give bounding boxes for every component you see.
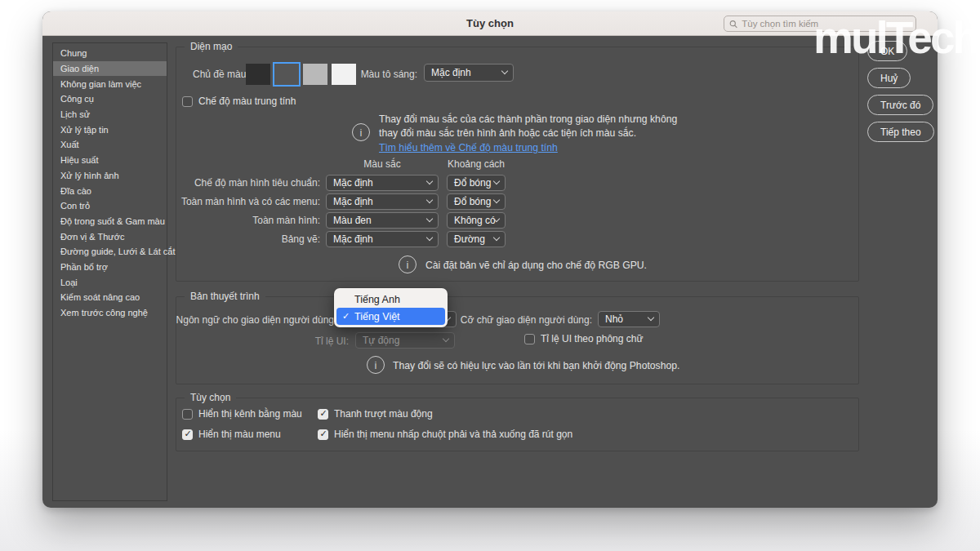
sidebar-item[interactable]: Lịch sử <box>53 107 167 122</box>
sidebar-item[interactable]: Xử lý hình ảnh <box>53 168 167 184</box>
chevron-down-icon <box>493 178 500 184</box>
sidebar-item-label: Công cụ <box>60 94 94 104</box>
search-field[interactable] <box>724 16 916 32</box>
sidebar-item[interactable]: Không gian làm việc <box>53 76 167 91</box>
action-button[interactable]: Trước đó <box>867 95 933 115</box>
option-row: Hiển thị kênh bằng màu <box>182 408 318 420</box>
screen-mode-row: Toàn màn hình và có các menu: Mặc định Đ… <box>176 193 858 210</box>
chevron-down-icon <box>426 197 433 203</box>
info-icon: i <box>367 356 385 374</box>
theme-swatch[interactable] <box>274 64 299 85</box>
checkmark-icon: ✓ <box>342 311 350 322</box>
screen-spacing-select[interactable]: Đổ bóng <box>447 193 506 210</box>
sidebar-item-label: Xử lý hình ảnh <box>60 171 119 180</box>
learn-more-link[interactable]: Tìm hiểu thêm về Chế độ màu trung tính <box>379 142 558 153</box>
chevron-down-icon <box>426 178 433 184</box>
screen-mode-row: Chế độ màn hình tiêu chuẩn: Mặc định Đổ … <box>176 175 858 191</box>
gpu-note: Cài đặt bản vẽ chỉ áp dụng cho chế độ RG… <box>425 260 647 271</box>
sidebar-item[interactable]: Xem trước công nghệ <box>53 305 167 321</box>
theme-swatch[interactable] <box>303 64 327 85</box>
sidebar-item[interactable]: Xuất <box>53 137 167 153</box>
sidebar-item[interactable]: Con trỏ <box>53 198 167 214</box>
info-icon: i <box>399 256 416 273</box>
info-icon: i <box>352 123 370 141</box>
neutral-mode-checkbox[interactable] <box>182 96 193 107</box>
action-buttons: OK Huỷ Trước đó Tiếp theo <box>867 41 934 142</box>
sidebar-item[interactable]: Phần bổ trợ <box>53 260 167 275</box>
font-size-label: Cỡ chữ giao diện người dùng: <box>461 314 592 326</box>
screen-mode-row: Bảng vẽ: Mặc định Đường <box>176 231 858 247</box>
sidebar-item-label: Kiểm soát nâng cao <box>60 292 140 302</box>
option-label: Thanh trượt màu động <box>334 408 433 420</box>
neutral-mode-label: Chế độ màu trung tính <box>198 96 296 107</box>
option-label: Hiển thị kênh bằng màu <box>198 408 302 420</box>
language-popup-menu: ✓ Tiếng Anh ✓ Tiếng Việt <box>334 288 448 327</box>
screen-mode-label: Bảng vẽ: <box>282 233 320 245</box>
search-input[interactable] <box>742 19 911 29</box>
sidebar-item[interactable]: Hiệu suất <box>53 153 167 168</box>
chevron-down-icon <box>426 216 433 222</box>
screen-color-select[interactable]: Mặc định <box>326 231 439 247</box>
sidebar-item[interactable]: Đường guide, Lưới & Lát cắt <box>53 244 167 260</box>
action-button[interactable]: Huỷ <box>867 68 911 88</box>
option-checkbox[interactable] <box>182 409 193 420</box>
highlight-color-select[interactable]: Mặc định <box>424 64 514 82</box>
action-button[interactable]: Tiếp theo <box>867 122 934 142</box>
sidebar-item-label: Đường guide, Lưới & Lát cắt <box>60 247 175 256</box>
sidebar-item[interactable]: Kiểm soát nâng cao <box>53 290 167 305</box>
sidebar-item[interactable]: Đĩa cào <box>53 183 167 198</box>
appearance-info-line1: Thay đổi màu sắc của các thành phần tron… <box>379 113 677 125</box>
screen-spacing-select[interactable]: Đổ bóng <box>447 175 506 191</box>
chevron-down-icon <box>426 234 433 241</box>
language-menu-item[interactable]: ✓ Tiếng Anh <box>336 291 445 308</box>
chevron-down-icon <box>648 314 654 321</box>
screen-mode-row: Toàn màn hình: Màu đen Không có <box>176 212 858 229</box>
scale-to-font-row: Tỉ lệ UI theo phông chữ <box>524 333 643 344</box>
screen-mode-rows: Chế độ màn hình tiêu chuẩn: Mặc định Đổ … <box>176 175 858 250</box>
sidebar-item[interactable]: Giao diện <box>53 61 167 77</box>
screen-mode-label: Toàn màn hình: <box>252 215 320 226</box>
options-group-title: Tùy chọn <box>185 392 236 403</box>
theme-swatch[interactable] <box>246 64 270 85</box>
sidebar-item-label: Đơn vị & Thước <box>60 232 124 242</box>
presentation-group: Bản thuyết trình Ngôn ngữ cho giao diện … <box>176 296 859 384</box>
neutral-mode-row: Chế độ màu trung tính <box>182 96 296 107</box>
screen-color-select[interactable]: Màu đen <box>326 212 439 229</box>
screen-mode-label: Toàn màn hình và có các menu: <box>181 196 320 207</box>
color-column-header: Màu sắc <box>326 158 439 170</box>
screen-spacing-select[interactable]: Không có <box>447 212 506 229</box>
font-size-select[interactable]: Nhỏ <box>598 311 660 327</box>
scale-to-font-label: Tỉ lệ UI theo phông chữ <box>541 333 643 344</box>
chevron-down-icon <box>493 197 500 203</box>
sidebar: Chung Giao diện Không gian làm việc Công… <box>52 42 167 501</box>
options-group: Tùy chọn Hiển thị kênh bằng màu Thanh tr… <box>176 398 859 451</box>
ui-scale-label: Tỉ lệ UI: <box>315 335 349 347</box>
preferences-dialog: Tùy chọn Chung Giao diện Không gian làm … <box>42 11 938 508</box>
sidebar-item[interactable]: Xử lý tập tin <box>53 122 167 137</box>
theme-swatch[interactable] <box>332 64 356 85</box>
sidebar-item-label: Lịch sử <box>60 109 90 119</box>
highlight-color-label: Màu tô sáng: <box>361 69 417 80</box>
search-icon <box>729 20 737 29</box>
sidebar-item-label: Xem trước công nghệ <box>60 308 148 318</box>
sidebar-item[interactable]: Chung <box>53 46 167 61</box>
option-label: Hiển thị màu menu <box>198 429 281 440</box>
sidebar-item[interactable]: Công cụ <box>53 91 167 107</box>
screen-color-select[interactable]: Mặc định <box>326 175 439 191</box>
screen-spacing-select[interactable]: Đường <box>447 231 506 247</box>
sidebar-item[interactable]: Loại <box>53 274 167 290</box>
chevron-down-icon <box>501 68 508 74</box>
sidebar-item-label: Xuất <box>60 140 79 149</box>
option-checkbox[interactable] <box>182 429 193 440</box>
appearance-group: Diện mạo Chủ đề màu: Màu tô sáng: Mặc đị… <box>176 47 859 282</box>
scale-to-font-checkbox[interactable] <box>524 334 535 344</box>
option-checkbox[interactable] <box>318 429 328 440</box>
sidebar-item-label: Chung <box>60 48 87 58</box>
option-checkbox[interactable] <box>318 409 328 420</box>
screen-color-select[interactable]: Mặc định <box>326 193 439 210</box>
action-button[interactable]: OK <box>867 41 907 61</box>
language-menu-item[interactable]: ✓ Tiếng Việt <box>336 308 445 325</box>
sidebar-item[interactable]: Độ trong suốt & Gam màu <box>53 214 167 229</box>
sidebar-item[interactable]: Đơn vị & Thước <box>53 229 167 244</box>
restart-note: Thay đổi sẽ có hiệu lực vào lần tới khi … <box>393 360 679 371</box>
